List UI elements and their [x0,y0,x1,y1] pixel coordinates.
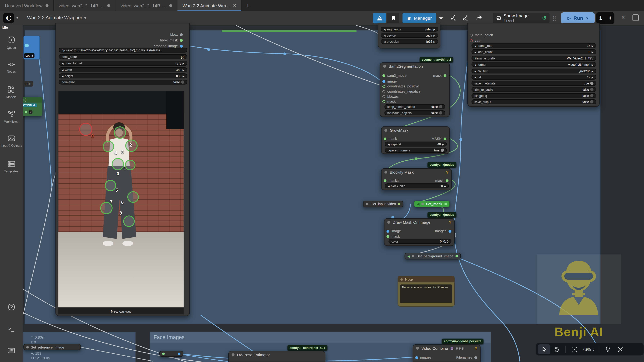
format-widget[interactable]: ◀ format video/h264-mp4 ▶ [472,62,596,67]
output-port[interactable] [180,33,183,36]
decrement-arrow[interactable]: ◀ [474,63,476,66]
input-port[interactable] [382,90,385,93]
decrement-arrow[interactable]: ◀ [388,184,390,187]
tab-unsaved-workflow[interactable]: Unsaved Workflow [0,0,54,11]
toggle-knob[interactable] [439,105,442,108]
increment-arrow[interactable]: ▶ [592,76,594,78]
individual-objects-widget[interactable]: individual_objects false [384,110,445,115]
input-port[interactable] [382,85,385,88]
run-count-input[interactable]: 1 ▲▼ [596,12,614,24]
output-port[interactable] [398,203,400,205]
share-button[interactable] [476,14,482,22]
dwpose-estimator-node[interactable]: DWPose Estimator [228,351,325,362]
draw-mask-on-image-node[interactable]: Draw Mask On Image ? image images mask c… [384,218,455,246]
growmask-node[interactable]: GrowMask mask MASK ◀ expand 40 ▶ tapered… [381,126,450,154]
toggle-knob[interactable] [590,82,594,85]
decrement-arrow[interactable]: ◀ [388,143,390,145]
tapered-corners-widget[interactable]: tapered_corners true [385,148,447,153]
crf-widget[interactable]: ◀ crf 19 ▶ [472,75,596,79]
note-node[interactable]: Note These are now nodes in KJNodes [398,276,455,307]
loop-count-widget[interactable]: ◀ loop_count 0 ▶ [472,49,596,54]
logo-chevron-down-icon[interactable]: ▼ [16,16,19,20]
help-button[interactable] [0,303,22,312]
output-port[interactable] [444,137,446,140]
positive-point[interactable] [105,180,116,191]
decrement-arrow[interactable]: ◀ [62,62,64,64]
tab-wan22-animate[interactable]: Wan 2.2 Animate Wra... ✕ [178,0,242,11]
input-port[interactable] [470,39,473,42]
positive-point[interactable] [128,191,139,203]
sidebar-item-queue[interactable]: Queue [0,36,22,50]
collapse-dot[interactable] [387,221,390,224]
clipped-blue-node[interactable]: count [24,36,40,59]
increment-arrow[interactable]: ▶ [182,74,184,77]
color-widget[interactable]: color 0, 0, 0 [388,239,451,244]
close-tab-icon[interactable]: ✕ [233,3,236,8]
decrement-arrow[interactable]: ◀ [474,50,476,53]
pix-fmt-widget[interactable]: ◀ pix_fmt yuv420p ▶ [472,68,596,73]
increment-arrow[interactable]: ▶ [182,68,184,71]
video-combine-settings-node[interactable]: meta_batch vae ◀ frame_rate 16 ▶ ◀ loop_… [468,23,600,107]
output-port[interactable] [456,255,458,257]
precision-widget[interactable]: ◀ precision fp16 ▶ [381,39,438,44]
show-image-feed-button[interactable]: Show Image Feed ↺ [493,13,550,23]
clipped-audio-node[interactable]: udio [22,81,33,86]
group-title[interactable]: Face Images [150,332,491,343]
new-canvas-button[interactable]: New canvas [58,308,184,315]
terminal-button[interactable]: >_ [0,326,22,332]
help-icon[interactable]: ? [475,346,477,351]
save-output-widget[interactable]: save_output false [472,99,596,104]
new-tab-button[interactable]: + [242,0,254,11]
width-widget[interactable]: ◀ width 480 ▶ [59,67,188,72]
collapse-dot[interactable] [232,354,234,356]
output-port[interactable] [444,203,447,205]
fit-view-button[interactable] [568,344,580,354]
collapse-dot[interactable] [416,347,419,350]
input-port[interactable] [382,80,385,82]
filename-prefix-widget[interactable]: filename_prefix WanVideo2_1_T2V [472,56,596,61]
toggle-knob[interactable] [181,80,184,84]
help-icon[interactable]: ? [446,170,448,175]
input-port[interactable] [162,353,165,355]
expand-widget[interactable]: ◀ expand 40 ▶ [385,142,447,147]
input-port[interactable] [386,230,389,232]
input-port[interactable] [386,235,389,238]
decrement-arrow[interactable]: ◀ [384,34,386,37]
input-port[interactable] [382,95,385,98]
collapse-dot[interactable] [366,203,368,205]
increment-arrow[interactable]: ▶ [182,62,184,64]
tab-video-wan2-1[interactable]: video_wan2_2_14B_... [54,0,116,11]
input-port[interactable] [415,356,418,359]
points-editor-canvas[interactable]: 0 0 1 2 3 4 5 6 7 8 [58,91,184,307]
toggle-knob[interactable] [439,111,442,114]
arrow-button[interactable]: ▸ [29,110,32,113]
toggle-lightbulb-button[interactable] [602,344,614,354]
increment-arrow[interactable]: ▶ [592,70,594,72]
tab-video-wan2-2[interactable]: video_wan2_2_14B_... [116,0,178,11]
toggle-knob[interactable] [590,100,594,103]
decrement-arrow[interactable]: ◀ [474,44,476,47]
decrement-arrow[interactable]: ◀ [474,70,476,72]
sam2-loader-node[interactable]: ◀ segmentor video ▶ ◀ device cuda ▶ ◀ pr… [378,23,440,48]
zoom-level-dropdown[interactable]: 76% ∨ [582,347,595,352]
help-icon[interactable]: ? [449,220,451,225]
output-port[interactable] [178,353,180,355]
output-port[interactable] [180,44,183,47]
save-metadata-widget[interactable]: save_metadata true [472,81,596,86]
toggle-knob[interactable] [441,149,444,152]
collapse-dot[interactable] [384,129,387,132]
increment-arrow[interactable]: ▶ [592,50,594,53]
note-text[interactable]: These are now nodes in KJNodes [400,284,452,303]
increment-arrow[interactable]: ▶ [434,40,436,43]
workflow-name-dropdown[interactable]: Wan 2.2 Animate Wrapper ▼ [27,15,87,20]
input-port[interactable] [382,74,385,77]
toggle-knob[interactable] [590,88,594,91]
stepper-arrows[interactable]: ▲▼ [609,16,612,20]
pingpong-widget[interactable]: pingpong false [472,93,596,98]
toggle-knob[interactable] [590,94,594,97]
increment-arrow[interactable]: ▶ [592,63,594,66]
input-port[interactable] [384,179,386,182]
collapse-dot[interactable] [422,203,424,205]
device-widget[interactable]: ◀ device cuda ▶ [381,33,438,38]
positive-point[interactable] [114,126,126,139]
